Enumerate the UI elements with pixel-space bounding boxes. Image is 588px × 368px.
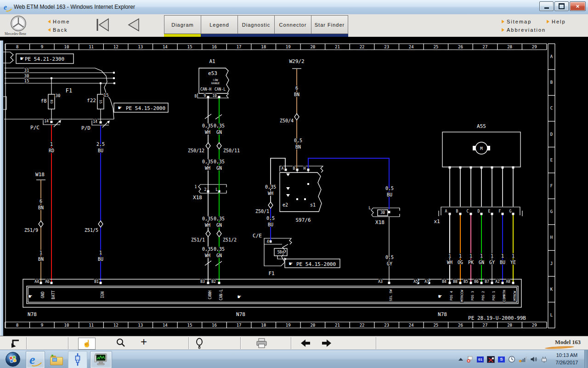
start-button[interactable] [3, 351, 23, 368]
svg-text:J: J [550, 261, 553, 266]
viewer-toolbar: ☝ + Model 163 [0, 336, 588, 350]
maximize-button[interactable] [554, 1, 569, 11]
svg-text:5Bd: 5Bd [277, 250, 284, 254]
svg-text:S97/6: S97/6 [295, 217, 311, 223]
svg-text:GY: GY [387, 261, 392, 266]
svg-text:PE 54.15-2000: PE 54.15-2000 [296, 261, 336, 267]
abbreviation-link[interactable]: Abbreviation [502, 27, 546, 33]
svg-text:0,5: 0,5 [294, 138, 302, 143]
svg-text:B8: B8 [453, 280, 458, 284]
svg-text:OG: OG [458, 260, 463, 265]
pointing-hand-icons: ☛☛☛☛☛☛ [20, 55, 442, 300]
home-link[interactable]: Home [48, 19, 70, 24]
show-desktop-button[interactable] [584, 350, 588, 368]
svg-text:23: 23 [384, 45, 389, 49]
svg-text:11: 11 [89, 45, 94, 49]
tab-legend[interactable]: Legend [201, 15, 237, 34]
zoom-in-button[interactable]: + [141, 335, 147, 348]
hand-pointer-icon: ☛ [237, 293, 241, 300]
svg-text:s1: s1 [310, 202, 316, 207]
svg-text:X18: X18 [193, 195, 202, 201]
svg-text:23: 23 [384, 323, 389, 328]
tray-flag-icon[interactable] [466, 356, 474, 363]
svg-text:6: 6 [40, 199, 42, 204]
svg-text:A: A [550, 54, 553, 59]
svg-text:BATT: BATT [51, 290, 56, 299]
back-link[interactable]: Back [48, 27, 68, 33]
tab-underline [274, 34, 311, 37]
svg-text:MTRCW: MTRCW [513, 291, 517, 301]
svg-text:0,35: 0,35 [265, 184, 276, 190]
svg-text:18: 18 [261, 323, 266, 328]
tab-connector[interactable]: Connector [274, 15, 311, 34]
next-page-button[interactable] [321, 338, 333, 351]
prev-page-button[interactable] [300, 338, 311, 351]
svg-text:POS 1: POS 1 [492, 291, 496, 300]
tab-diagram[interactable]: Diagram [164, 15, 201, 34]
svg-text:WH: WH [268, 191, 273, 196]
tray-eject-icon[interactable] [541, 356, 548, 363]
taskbar-monitor-button[interactable] [90, 351, 112, 368]
svg-text:15: 15 [187, 45, 192, 49]
tab-row: Diagram Legend Diagnostic Connector Star… [164, 15, 348, 34]
tray-x-icon[interactable] [487, 356, 495, 363]
arrow-symbols [58, 120, 430, 281]
title-bar[interactable]: e Web ETM Model 163 - Windows Internet E… [0, 0, 588, 15]
taskbar-clock[interactable]: 10:13 AM 7/26/2017 [550, 351, 583, 366]
tray-network-icon[interactable] [519, 356, 527, 363]
svg-text:GY: GY [489, 260, 495, 265]
folder-icon [50, 353, 62, 366]
svg-text:17: 17 [237, 323, 242, 328]
svg-text:26: 26 [458, 323, 463, 328]
go-back-button[interactable] [122, 17, 143, 33]
sitemap-link[interactable]: Sitemap [502, 19, 531, 24]
taskbar-sparkplug-button[interactable] [68, 351, 87, 368]
svg-text:21: 21 [335, 45, 340, 49]
tray-time: 10:13 AM [550, 351, 583, 359]
go-first-button[interactable] [92, 17, 113, 33]
tab-underline [311, 34, 348, 37]
svg-text:B1: B1 [94, 280, 99, 284]
svg-text:GN: GN [216, 130, 222, 135]
svg-text:BN: BN [294, 92, 300, 97]
tray-s-icon[interactable]: S [498, 356, 505, 362]
svg-text:POS 3: POS 3 [471, 291, 475, 300]
svg-text:BU: BU [98, 148, 103, 153]
svg-text:E: E [550, 158, 553, 162]
tray-clock-icon[interactable] [508, 356, 515, 363]
tab-diagnostic[interactable]: Diagnostic [237, 15, 274, 34]
zoom-tool-button[interactable] [116, 338, 126, 351]
svg-text:2: 2 [204, 188, 207, 192]
pan-tool-button[interactable]: ☝ [78, 338, 96, 350]
print-button[interactable] [255, 338, 268, 351]
tray-volume-icon[interactable] [530, 356, 537, 363]
svg-text:e53: e53 [208, 70, 217, 76]
svg-text:4: 4 [267, 240, 269, 244]
close-button[interactable]: × [570, 1, 586, 11]
taskbar-explorer-button[interactable] [47, 351, 65, 368]
svg-text:A4: A4 [34, 280, 39, 284]
svg-text:E: E [488, 209, 491, 213]
svg-text:83: 83 [50, 100, 53, 104]
svg-text:0,5: 0,5 [385, 255, 394, 260]
svg-text:A: A [445, 209, 447, 213]
highlight-lamp-button[interactable] [195, 338, 204, 351]
svg-text:Z50/4: Z50/4 [280, 118, 294, 123]
svg-text:Z50/12: Z50/12 [188, 148, 204, 153]
tray-01-icon[interactable]: 01 [477, 356, 484, 362]
wiring-diagram-view[interactable]: ☛☛☛☛☛☛PE 54.21-2300PE 54.15-2000PE 54.15… [0, 37, 588, 336]
minimize-icon [544, 7, 549, 9]
svg-text:9: 9 [41, 323, 43, 328]
tray-expand-icon[interactable] [458, 358, 463, 361]
svg-text:F: F [499, 209, 501, 213]
svg-text:29: 29 [532, 323, 537, 328]
system-monitor-icon [94, 353, 108, 367]
tab-star-finder[interactable]: Star Finder [311, 15, 348, 34]
svg-text:CAN-H: CAN-H [200, 87, 211, 92]
reset-view-button[interactable] [8, 338, 20, 351]
splice-symbols [39, 114, 299, 237]
help-link[interactable]: Help [547, 19, 566, 24]
minimize-button[interactable] [539, 1, 554, 11]
svg-text:30: 30 [24, 74, 29, 78]
taskbar-ie-button[interactable]: e [26, 351, 45, 368]
